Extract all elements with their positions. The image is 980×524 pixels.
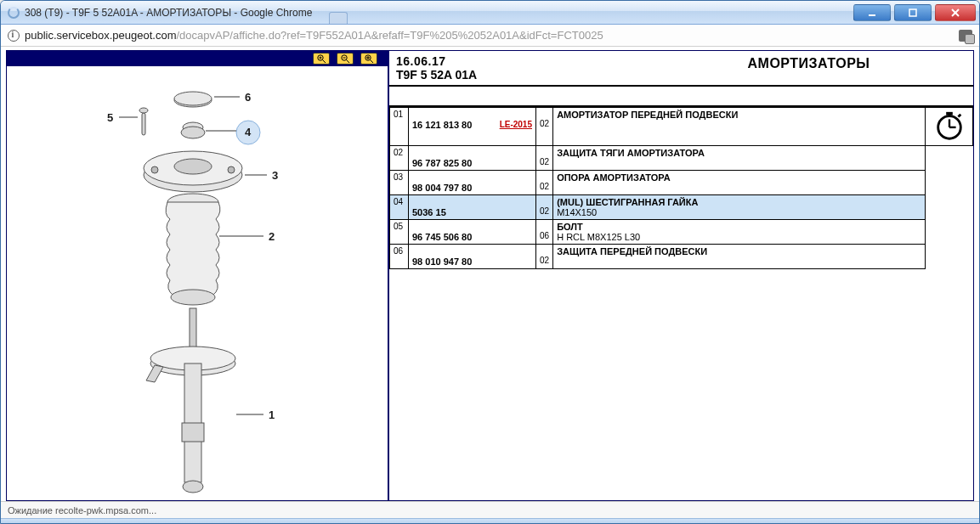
site-info-icon[interactable] [8, 30, 20, 42]
callout-5: 5 [107, 111, 113, 124]
part-number: 16 121 813 80LE-2015 [409, 108, 536, 146]
part-number: 98 004 797 80 [409, 171, 536, 195]
row-desc: ЗАЩИТА ПЕРЕДНЕЙ ПОДВЕСКИ [553, 245, 926, 269]
row-qty: 02 [536, 245, 553, 269]
parts-table: 0116 121 813 80LE-201502АМОРТИЗАТОР ПЕРЕ… [389, 107, 973, 269]
browser-tabstrip [329, 1, 853, 24]
doc-header-left: 16.06.17 T9F 5 52A 01A [389, 51, 644, 85]
address-bar[interactable]: public.servicebox.peugeot.com/docapvAP/a… [1, 25, 979, 47]
window-bottom-border [1, 518, 979, 523]
row-index: 05 [390, 220, 409, 245]
page-content: 6 5 4 [6, 50, 974, 501]
part-number: 96 745 506 80 [409, 220, 536, 245]
zoom-toolbar [7, 51, 388, 66]
table-row[interactable]: 0698 010 947 8002ЗАЩИТА ПЕРЕДНЕЙ ПОДВЕСК… [390, 245, 973, 269]
row-desc: АМОРТИЗАТОР ПЕРЕДНЕЙ ПОДВЕСКИ [553, 108, 926, 146]
maximize-button[interactable] [894, 4, 932, 21]
labor-time-icon[interactable] [926, 108, 973, 146]
row-index: 06 [390, 245, 409, 269]
minimize-button[interactable] [853, 4, 891, 21]
row-index: 01 [390, 108, 409, 146]
row-qty: 02 [536, 146, 553, 171]
svg-line-46 [958, 115, 960, 117]
status-bar: Ожидание recolte-pwk.mpsa.com... [1, 501, 979, 518]
svg-line-12 [371, 60, 374, 64]
svg-rect-38 [182, 423, 204, 442]
chrome-window: 308 (T9) - T9F 5 52A01A - АМОРТИЗАТОРЫ -… [0, 0, 980, 524]
part-number: 98 010 947 80 [409, 245, 536, 269]
table-row[interactable]: 045036 1502(MUL) ШЕСТИГРАННАЯ ГАЙКАM14X1… [390, 195, 973, 220]
row-index: 02 [390, 146, 409, 171]
zoom-fit-button[interactable] [360, 53, 377, 65]
row-qty: 02 [536, 108, 553, 146]
translate-icon[interactable] [959, 30, 972, 42]
diagram-pane: 6 5 4 [7, 51, 389, 500]
parts-pane: 16.06.17 T9F 5 52A 01A АМОРТИЗАТОРЫ 0116… [389, 51, 973, 500]
row-desc: ЗАЩИТА ТЯГИ АМОРТИЗАТОРА [553, 146, 926, 171]
svg-rect-1 [909, 9, 916, 16]
close-button[interactable] [935, 4, 976, 21]
svg-point-16 [174, 92, 212, 105]
svg-point-27 [174, 159, 212, 174]
exploded-diagram[interactable]: 6 5 4 [7, 66, 388, 500]
table-row[interactable]: 0398 004 797 8002ОПОРА АМОРТИЗАТОРА [390, 171, 973, 195]
row-desc: (MUL) ШЕСТИГРАННАЯ ГАЙКАM14X150 [553, 195, 926, 220]
window-buttons [853, 4, 976, 21]
svg-point-39 [183, 481, 203, 493]
svg-rect-18 [142, 113, 145, 135]
doc-header: 16.06.17 T9F 5 52A 01A АМОРТИЗАТОРЫ [389, 51, 973, 87]
callout-6: 6 [245, 91, 251, 104]
part-number: 5036 15 [409, 195, 536, 220]
row-index: 04 [390, 195, 409, 220]
table-row[interactable]: 0116 121 813 80LE-201502АМОРТИЗАТОР ПЕРЕ… [390, 108, 973, 146]
doc-title: АМОРТИЗАТОРЫ [644, 51, 973, 85]
svg-line-5 [323, 60, 326, 64]
loading-spinner-icon [8, 7, 20, 19]
doc-code: T9F 5 52A 01A [396, 68, 637, 82]
row-desc: ОПОРА АМОРТИЗАТОРА [553, 171, 926, 195]
callout-1: 1 [269, 408, 275, 421]
browser-tab[interactable] [329, 12, 348, 24]
callout-3: 3 [272, 169, 278, 182]
callout-4: 4 [245, 126, 252, 138]
svg-line-9 [347, 60, 350, 64]
window-titlebar[interactable]: 308 (T9) - T9F 5 52A01A - АМОРТИЗАТОРЫ -… [1, 1, 979, 25]
svg-point-23 [181, 127, 205, 138]
table-row[interactable]: 0296 787 825 8002ЗАЩИТА ТЯГИ АМОРТИЗАТОР… [390, 146, 973, 171]
row-qty: 02 [536, 195, 553, 220]
status-text: Ожидание recolte-pwk.mpsa.com... [8, 505, 156, 516]
svg-point-32 [171, 290, 215, 305]
table-row[interactable]: 0596 745 506 8006БОЛТH RCL M8X125 L30 [390, 220, 973, 245]
row-index: 03 [390, 171, 409, 195]
zoom-in-button[interactable] [313, 53, 330, 65]
svg-point-29 [228, 166, 235, 173]
part-number: 96 787 825 80 [409, 146, 536, 171]
header-gap [389, 87, 973, 107]
row-qty: 06 [536, 220, 553, 245]
le-link[interactable]: LE-2015 [500, 120, 532, 129]
zoom-out-button[interactable] [337, 53, 354, 65]
svg-point-28 [151, 166, 158, 173]
row-qty: 02 [536, 171, 553, 195]
url-text: public.servicebox.peugeot.com/docapvAP/a… [25, 29, 603, 42]
callout-2: 2 [269, 230, 275, 243]
window-title: 308 (T9) - T9F 5 52A01A - АМОРТИЗАТОРЫ -… [25, 7, 312, 19]
svg-point-19 [139, 108, 148, 113]
doc-date: 16.06.17 [396, 54, 637, 68]
row-desc: БОЛТH RCL M8X125 L30 [553, 220, 926, 245]
